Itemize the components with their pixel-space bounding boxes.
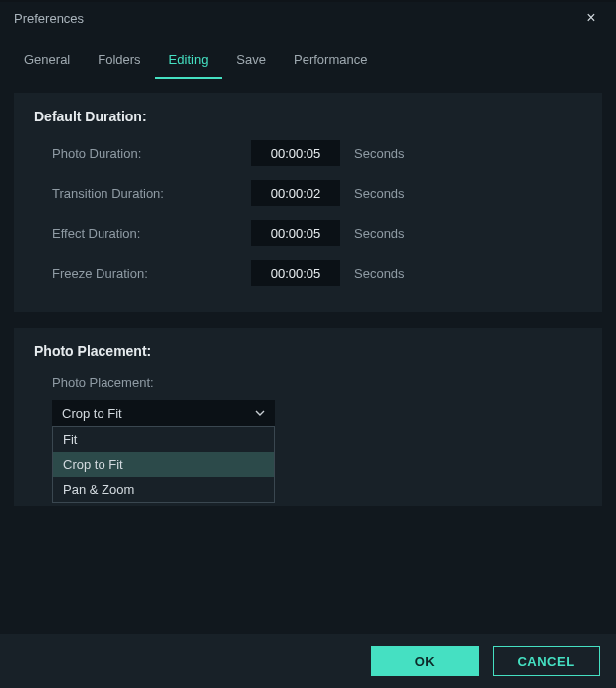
close-button[interactable]: × bbox=[576, 7, 606, 29]
photo-placement-panel: Photo Placement: Photo Placement: Crop t… bbox=[14, 328, 602, 506]
row-photo-duration: Photo Duration: Seconds bbox=[34, 140, 582, 166]
close-icon: × bbox=[586, 9, 595, 27]
content-area: Default Duration: Photo Duration: Second… bbox=[0, 79, 616, 634]
option-fit[interactable]: Fit bbox=[53, 427, 274, 452]
tab-performance[interactable]: Performance bbox=[280, 46, 381, 79]
label-effect-duration: Effect Duration: bbox=[52, 226, 251, 241]
label-transition-duration: Transition Duration: bbox=[52, 186, 251, 201]
row-freeze-duration: Freeze Duration: Seconds bbox=[34, 260, 582, 286]
tab-folders[interactable]: Folders bbox=[84, 46, 154, 79]
input-freeze-duration[interactable] bbox=[251, 260, 340, 286]
panel-title-default-duration: Default Duration: bbox=[34, 109, 582, 124]
dialog-footer: OK CANCEL bbox=[0, 634, 616, 688]
label-freeze-duration: Freeze Duration: bbox=[52, 266, 251, 281]
label-photo-duration: Photo Duration: bbox=[52, 146, 251, 161]
tab-editing[interactable]: Editing bbox=[155, 46, 223, 79]
photo-placement-dropdown: Fit Crop to Fit Pan & Zoom bbox=[52, 426, 275, 503]
tab-general[interactable]: General bbox=[10, 46, 84, 79]
unit-seconds: Seconds bbox=[354, 186, 405, 201]
panel-title-photo-placement: Photo Placement: bbox=[34, 344, 582, 359]
chevron-down-icon bbox=[255, 408, 265, 418]
row-effect-duration: Effect Duration: Seconds bbox=[34, 220, 582, 246]
unit-seconds: Seconds bbox=[354, 146, 405, 161]
label-photo-placement: Photo Placement: bbox=[34, 375, 582, 390]
titlebar: Preferences × bbox=[0, 0, 616, 34]
row-transition-duration: Transition Duration: Seconds bbox=[34, 180, 582, 206]
photo-placement-selected-value: Crop to Fit bbox=[62, 406, 122, 421]
window-title: Preferences bbox=[14, 11, 84, 26]
input-transition-duration[interactable] bbox=[251, 180, 340, 206]
photo-placement-select-wrap: Crop to Fit Fit Crop to Fit Pan & Zoom bbox=[52, 400, 275, 426]
tab-save[interactable]: Save bbox=[222, 46, 280, 79]
preferences-window: Preferences × General Folders Editing Sa… bbox=[0, 0, 616, 688]
input-photo-duration[interactable] bbox=[251, 140, 340, 166]
input-effect-duration[interactable] bbox=[251, 220, 340, 246]
photo-placement-select[interactable]: Crop to Fit bbox=[52, 400, 275, 426]
option-pan-and-zoom[interactable]: Pan & Zoom bbox=[53, 477, 274, 502]
unit-seconds: Seconds bbox=[354, 266, 405, 281]
unit-seconds: Seconds bbox=[354, 226, 405, 241]
tabs: General Folders Editing Save Performance bbox=[0, 34, 616, 79]
cancel-button[interactable]: CANCEL bbox=[493, 646, 600, 676]
default-duration-panel: Default Duration: Photo Duration: Second… bbox=[14, 93, 602, 312]
option-crop-to-fit[interactable]: Crop to Fit bbox=[53, 452, 274, 477]
ok-button[interactable]: OK bbox=[371, 646, 479, 676]
